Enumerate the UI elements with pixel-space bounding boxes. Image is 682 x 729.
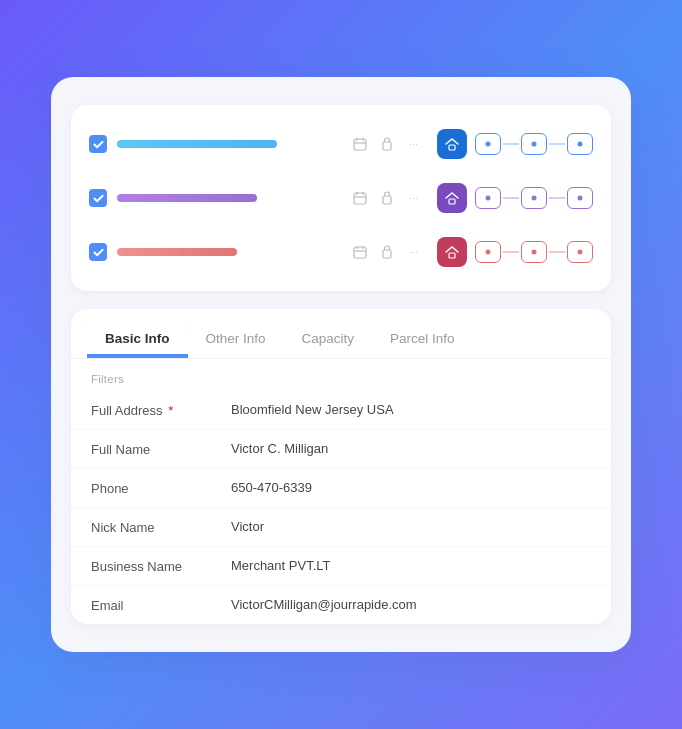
svg-point-24 <box>486 250 491 255</box>
tabs: Basic InfoOther InfoCapacityParcel Info <box>71 309 611 359</box>
info-row-2: Phone650-470-6339 <box>71 469 611 508</box>
route-stops-1 <box>475 133 593 155</box>
calendar-icon-1[interactable] <box>349 133 371 155</box>
lock-icon-2[interactable] <box>376 187 398 209</box>
route-action-icons-3: ··· <box>349 241 425 263</box>
field-value-5: VictorCMilligan@jourrapide.com <box>231 597 591 612</box>
svg-point-7 <box>532 142 537 147</box>
field-label-5: Email <box>91 597 231 613</box>
route-row-2[interactable]: ··· <box>83 173 599 223</box>
field-label-1: Full Name <box>91 441 231 457</box>
lock-icon-1[interactable] <box>376 133 398 155</box>
route-action-icons-1: ··· <box>349 133 425 155</box>
svg-point-15 <box>486 196 491 201</box>
svg-point-16 <box>532 196 537 201</box>
stop-node-3-2[interactable] <box>521 241 547 263</box>
info-row-0: Full Address *Bloomfield New Jersey USA <box>71 391 611 430</box>
field-value-0: Bloomfield New Jersey USA <box>231 402 591 417</box>
svg-point-25 <box>532 250 537 255</box>
info-row-3: Nick NameVictor <box>71 508 611 547</box>
stop-node-1-3[interactable] <box>567 133 593 155</box>
info-row-4: Business NameMerchant PVT.LT <box>71 547 611 586</box>
route-action-icons-2: ··· <box>349 187 425 209</box>
checkbox-3[interactable] <box>89 243 107 261</box>
calendar-icon-3[interactable] <box>349 241 371 263</box>
fields-list: Full Address *Bloomfield New Jersey USAF… <box>71 391 611 624</box>
svg-rect-22 <box>383 250 391 258</box>
stop-node-3-1[interactable] <box>475 241 501 263</box>
route-home-3[interactable] <box>437 237 467 267</box>
stop-line-1-1 <box>503 143 519 145</box>
route-home-2[interactable] <box>437 183 467 213</box>
svg-rect-13 <box>383 196 391 204</box>
svg-point-6 <box>486 142 491 147</box>
field-value-2: 650-470-6339 <box>231 480 591 495</box>
calendar-icon-2[interactable] <box>349 187 371 209</box>
route-bar-3 <box>117 248 337 256</box>
svg-point-8 <box>578 142 583 147</box>
svg-rect-5 <box>449 145 455 150</box>
filters-label: Filters <box>71 359 611 391</box>
svg-rect-4 <box>383 142 391 150</box>
route-list: ········· <box>71 105 611 291</box>
stop-line-2-2 <box>549 197 565 199</box>
info-panel: Basic InfoOther InfoCapacityParcel Info … <box>71 309 611 624</box>
stop-line-3-2 <box>549 251 565 253</box>
tab-basic-info[interactable]: Basic Info <box>87 323 188 358</box>
field-label-0: Full Address * <box>91 402 231 418</box>
field-value-3: Victor <box>231 519 591 534</box>
field-value-1: Victor C. Milligan <box>231 441 591 456</box>
route-stops-2 <box>475 187 593 209</box>
main-card: ········· Basic InfoOther InfoCapacityPa… <box>51 77 631 652</box>
required-marker: * <box>165 403 174 418</box>
svg-point-17 <box>578 196 583 201</box>
tab-parcel-info[interactable]: Parcel Info <box>372 323 473 358</box>
info-row-1: Full NameVictor C. Milligan <box>71 430 611 469</box>
route-bar-2 <box>117 194 337 202</box>
stop-node-2-3[interactable] <box>567 187 593 209</box>
svg-rect-23 <box>449 253 455 258</box>
stop-line-1-2 <box>549 143 565 145</box>
svg-rect-0 <box>354 139 366 150</box>
svg-point-26 <box>578 250 583 255</box>
field-label-4: Business Name <box>91 558 231 574</box>
tab-capacity[interactable]: Capacity <box>284 323 373 358</box>
checkbox-1[interactable] <box>89 135 107 153</box>
checkbox-2[interactable] <box>89 189 107 207</box>
stop-node-2-2[interactable] <box>521 187 547 209</box>
route-row-3[interactable]: ··· <box>83 227 599 277</box>
svg-rect-14 <box>449 199 455 204</box>
lock-icon-3[interactable] <box>376 241 398 263</box>
more-icon-1[interactable]: ··· <box>403 133 425 155</box>
stop-node-2-1[interactable] <box>475 187 501 209</box>
svg-rect-9 <box>354 193 366 204</box>
route-stops-3 <box>475 241 593 263</box>
tab-other-info[interactable]: Other Info <box>188 323 284 358</box>
svg-rect-18 <box>354 247 366 258</box>
stop-line-2-1 <box>503 197 519 199</box>
stop-line-3-1 <box>503 251 519 253</box>
stop-node-1-2[interactable] <box>521 133 547 155</box>
field-label-2: Phone <box>91 480 231 496</box>
route-home-1[interactable] <box>437 129 467 159</box>
route-bar-1 <box>117 140 337 148</box>
more-icon-3[interactable]: ··· <box>403 241 425 263</box>
stop-node-1-1[interactable] <box>475 133 501 155</box>
field-label-3: Nick Name <box>91 519 231 535</box>
info-row-5: EmailVictorCMilligan@jourrapide.com <box>71 586 611 624</box>
stop-node-3-3[interactable] <box>567 241 593 263</box>
field-value-4: Merchant PVT.LT <box>231 558 591 573</box>
route-row-1[interactable]: ··· <box>83 119 599 169</box>
more-icon-2[interactable]: ··· <box>403 187 425 209</box>
